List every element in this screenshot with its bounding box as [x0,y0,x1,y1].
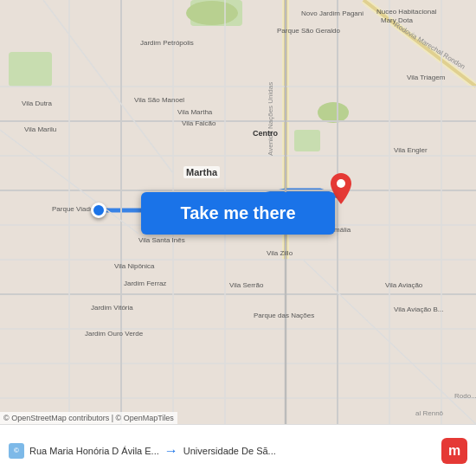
svg-point-5 [318,102,349,123]
svg-text:Vila Zillo: Vila Zillo [267,249,293,257]
svg-text:Vila Serrão: Vila Serrão [229,281,264,289]
svg-text:Vila Engler: Vila Engler [394,146,428,154]
svg-text:Vila São Manoel: Vila São Manoel [134,96,184,104]
nav-arrow: → [164,443,178,459]
svg-text:Rodo...: Rodo... [454,392,476,400]
svg-text:Novo Jardim Pagani: Novo Jardim Pagani [301,10,363,17]
moovit-badge: m [441,438,467,464]
svg-text:Vila Santa Inês: Vila Santa Inês [138,236,185,244]
svg-point-2 [186,1,238,25]
svg-text:Parque São Geraldo: Parque São Geraldo [277,27,340,35]
svg-text:Vila Aviação B...: Vila Aviação B... [394,306,444,313]
svg-text:Nuceo Habitacional: Nuceo Habitacional [376,8,437,16]
svg-point-61 [337,179,345,188]
svg-text:Vila Marilu: Vila Marilu [24,125,56,133]
svg-text:Vila Aviação: Vila Aviação [385,281,423,289]
map-container: Avenida Nações Unidas Rodovia Marechal R… [0,0,476,424]
svg-text:Centro: Centro [253,129,279,138]
moovit-icon: m [441,438,467,464]
map-attribution: © OpenStreetMap contributors | © OpenMap… [0,412,177,424]
svg-text:Vila Nipônica: Vila Nipônica [114,262,155,270]
svg-text:Mary Dota: Mary Dota [381,16,413,24]
take-me-there-button[interactable]: Take me there [141,192,335,235]
osm-icon: © [9,443,24,459]
svg-text:Jardim Ferraz: Jardim Ferraz [124,280,166,287]
svg-text:Jardim Petrópolis: Jardim Petrópolis [140,39,194,47]
svg-rect-3 [9,52,52,87]
to-location: Universidade De Sã... [183,446,322,456]
take-me-there-label: Take me there [180,203,295,223]
svg-text:Vila Dutra: Vila Dutra [22,100,53,107]
svg-text:Vila Triagem: Vila Triagem [407,74,446,81]
svg-text:Parque das Nações: Parque das Nações [254,312,314,319]
origin-marker [91,203,106,218]
bottom-bar: © Rua Maria Honória D Ávila E... → Unive… [0,424,476,476]
svg-text:al Rennô: al Rennô [415,409,444,417]
svg-text:Vila Martha: Vila Martha [177,108,213,116]
from-location: Rua Maria Honória D Ávila E... [29,446,159,456]
svg-text:Avenida Nações Unidas: Avenida Nações Unidas [267,82,274,156]
svg-text:Jardim Vitória: Jardim Vitória [91,304,133,312]
svg-rect-4 [294,130,320,151]
svg-text:Vila Falcão: Vila Falcão [182,119,216,127]
svg-text:Jardim Ouro Verde: Jardim Ouro Verde [85,330,144,338]
